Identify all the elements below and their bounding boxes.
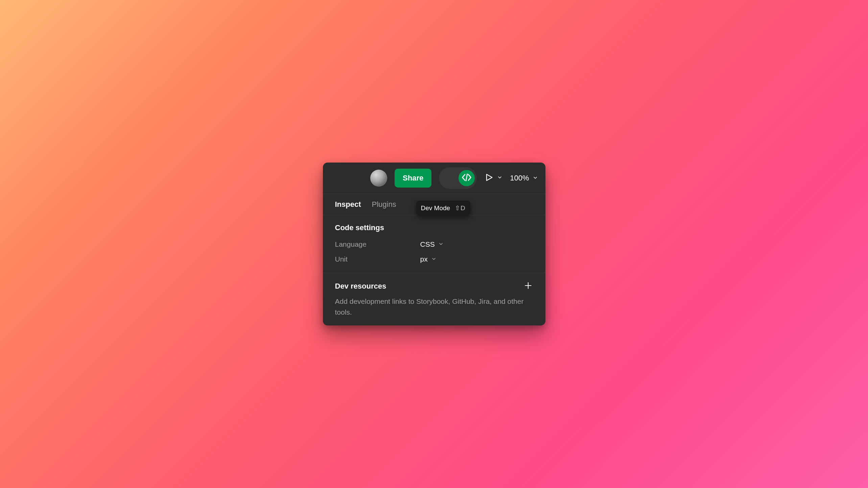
tooltip-shortcut: ⇧D xyxy=(455,204,466,212)
language-value: CSS xyxy=(420,240,435,248)
user-avatar[interactable] xyxy=(370,170,387,187)
code-icon xyxy=(462,172,472,184)
dev-mode-tooltip: Dev Mode ⇧D xyxy=(416,201,470,215)
tab-inspect[interactable]: Inspect xyxy=(335,200,361,209)
language-label: Language xyxy=(335,240,420,248)
language-row: Language CSS xyxy=(335,240,533,248)
tooltip-label: Dev Mode xyxy=(421,204,450,212)
unit-value: px xyxy=(420,255,428,263)
present-button[interactable] xyxy=(484,173,502,184)
dev-resources-header: Dev resources xyxy=(335,281,533,291)
chevron-down-icon xyxy=(438,240,444,248)
dev-mode-panel: Share xyxy=(323,163,545,325)
unit-select[interactable]: px xyxy=(420,255,437,263)
dev-resources-section: Dev resources Add development links to S… xyxy=(323,273,545,325)
zoom-value: 100% xyxy=(510,174,529,182)
add-resource-button[interactable] xyxy=(523,281,533,291)
chevron-down-icon xyxy=(431,255,437,263)
code-settings-section: Code settings Language CSS Unit px xyxy=(323,215,545,273)
play-icon xyxy=(484,173,494,184)
code-settings-title: Code settings xyxy=(335,223,533,232)
chevron-down-icon xyxy=(533,174,538,182)
dev-mode-toggle[interactable] xyxy=(439,167,477,189)
unit-label: Unit xyxy=(335,255,420,263)
tab-plugins[interactable]: Plugins xyxy=(372,200,396,209)
chevron-down-icon xyxy=(497,175,502,181)
zoom-control[interactable]: 100% xyxy=(510,174,538,182)
svg-line-0 xyxy=(466,174,467,181)
share-button[interactable]: Share xyxy=(395,169,431,188)
unit-row: Unit px xyxy=(335,255,533,263)
tabs: Inspect Plugins Dev Mode ⇧D xyxy=(323,194,545,215)
dev-mode-toggle-knob xyxy=(459,170,475,186)
dev-resources-title: Dev resources xyxy=(335,282,386,291)
dev-resources-description: Add development links to Storybook, GitH… xyxy=(335,296,533,317)
svg-marker-1 xyxy=(487,174,492,181)
language-select[interactable]: CSS xyxy=(420,240,444,248)
toolbar: Share xyxy=(323,163,545,194)
plus-icon xyxy=(524,281,533,291)
